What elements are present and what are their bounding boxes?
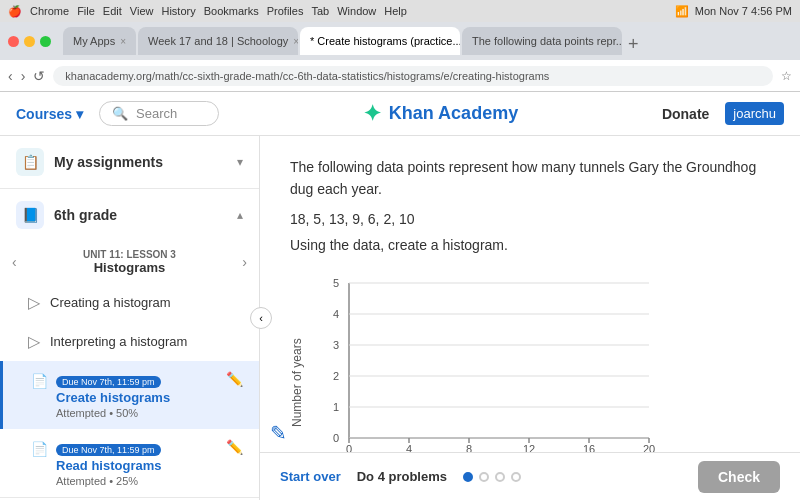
unit-label: UNIT 11: LESSON 3 (21, 249, 239, 260)
tab-schoology[interactable]: Week 17 and 18 | Schoology × (138, 27, 298, 55)
courses-label: Courses (16, 106, 72, 122)
tab-create-histograms[interactable]: * Create histograms (practice... × (300, 27, 460, 55)
sixth-grade-section: 📘 6th grade ▴ ‹ UNIT 11: LESSON 3 Histog… (0, 189, 259, 498)
dot-2 (479, 472, 489, 482)
due-date-badge-1: Due Nov 7th, 11:59 pm (56, 376, 161, 388)
sidebar-item-creating-histogram[interactable]: ▷ Creating a histogram (0, 283, 259, 322)
svg-text:3: 3 (333, 339, 339, 351)
window-menu[interactable]: Window (337, 5, 376, 17)
sixth-grade-chevron-icon: ▴ (237, 208, 243, 222)
read-histograms-progress: Attempted • 25% (56, 475, 218, 487)
search-bar[interactable]: 🔍 Search (99, 101, 219, 126)
maximize-window-btn[interactable] (40, 36, 51, 47)
bottom-bar: Start over Do 4 problems Check (260, 452, 800, 500)
search-icon: 🔍 (112, 106, 128, 121)
mac-bar: 🍎 Chrome File Edit View History Bookmark… (0, 0, 800, 22)
sidebar-item-interpreting-histogram[interactable]: ▷ Interpreting a histogram (0, 322, 259, 361)
courses-chevron-icon: ▾ (76, 106, 83, 122)
problem-text: The following data points represent how … (290, 156, 770, 201)
dot-3 (495, 472, 505, 482)
my-assignments-header[interactable]: 📋 My assignments ▾ (0, 136, 259, 188)
check-button[interactable]: Check (698, 461, 780, 493)
courses-button[interactable]: Courses ▾ (16, 106, 83, 122)
tab-label: * Create histograms (practice... (310, 35, 460, 47)
file-menu[interactable]: File (77, 5, 95, 17)
tab-label: Week 17 and 18 | Schoology (148, 35, 288, 47)
tab-label: My Apps (73, 35, 115, 47)
lesson-title: Histograms (21, 260, 239, 275)
wifi-icon: 📶 (675, 5, 689, 18)
reload-btn[interactable]: ↺ (33, 68, 45, 84)
assignments-chevron-icon: ▾ (237, 155, 243, 169)
svg-text:0: 0 (333, 432, 339, 444)
apple-icon: 🍎 (8, 5, 22, 18)
address-input[interactable] (53, 66, 773, 86)
unit-prev-btn[interactable]: ‹ (12, 254, 17, 270)
close-window-btn[interactable] (8, 36, 19, 47)
lesson-icon: ▷ (28, 332, 40, 351)
assignment-edit-icon: ✏️ (226, 371, 243, 387)
histogram-svg[interactable]: 0 1 2 3 4 5 0 4 8 12 16 (309, 273, 669, 473)
svg-text:2: 2 (333, 370, 339, 382)
bookmarks-menu[interactable]: Bookmarks (204, 5, 259, 17)
content-area: The following data points represent how … (260, 136, 800, 500)
ka-logo-text: Khan Academy (389, 103, 518, 124)
assignments-icon: 📋 (16, 148, 44, 176)
sixth-grade-header[interactable]: 📘 6th grade ▴ (0, 189, 259, 241)
data-values: 18, 5, 13, 9, 6, 2, 10 (290, 211, 770, 227)
minimize-window-btn[interactable] (24, 36, 35, 47)
assignment-edit-icon-2: ✏️ (226, 439, 243, 455)
assignment-doc-icon-2: 📄 (31, 441, 48, 457)
help-menu[interactable]: Help (384, 5, 407, 17)
read-histograms-title: Read histograms (56, 458, 218, 473)
svg-text:4: 4 (333, 308, 339, 320)
history-menu[interactable]: History (161, 5, 195, 17)
bookmark-icon[interactable]: ☆ (781, 69, 792, 83)
view-menu[interactable]: View (130, 5, 154, 17)
create-histograms-progress: Attempted • 50% (56, 407, 218, 419)
ka-logo-icon: ✦ (363, 101, 381, 127)
pencil-tool-icon[interactable]: ✎ (270, 421, 287, 445)
create-histograms-title: Create histograms (56, 390, 218, 405)
unit-next-btn[interactable]: › (242, 254, 247, 270)
search-label: Search (136, 106, 177, 121)
unit-nav-text: UNIT 11: LESSON 3 Histograms (21, 249, 239, 275)
sidebar-collapse-btn[interactable]: ‹ (250, 307, 272, 329)
edit-menu[interactable]: Edit (103, 5, 122, 17)
start-over-button[interactable]: Start over (280, 469, 341, 484)
my-assignments-label: My assignments (54, 154, 227, 170)
address-bar: ‹ › ↺ ☆ (0, 60, 800, 92)
tab-my-apps[interactable]: My Apps × (63, 27, 136, 55)
instruction-text: Using the data, create a histogram. (290, 237, 770, 253)
tab-menu[interactable]: Tab (311, 5, 329, 17)
due-date-badge-2: Due Nov 7th, 11:59 pm (56, 444, 161, 456)
tab-data-points[interactable]: The following data points repr... × (462, 27, 622, 55)
user-avatar[interactable]: joarchu (725, 102, 784, 125)
do-problems-label: Do 4 problems (357, 469, 447, 484)
sidebar-wrapper: 📋 My assignments ▾ 📘 6th grade ▴ ‹ UNIT … (0, 136, 260, 500)
time-display: Mon Nov 7 4:56 PM (695, 5, 792, 17)
dot-indicators (463, 472, 521, 482)
main-layout: 📋 My assignments ▾ 📘 6th grade ▴ ‹ UNIT … (0, 136, 800, 500)
tab-close-icon[interactable]: × (120, 36, 126, 47)
svg-text:1: 1 (333, 401, 339, 413)
new-tab-btn[interactable]: + (628, 34, 639, 55)
assignment-item-create-histograms[interactable]: 📄 Due Nov 7th, 11:59 pm Create histogram… (0, 361, 259, 429)
profiles-menu[interactable]: Profiles (267, 5, 304, 17)
forward-btn[interactable]: › (21, 68, 26, 84)
interpreting-histogram-label: Interpreting a histogram (50, 334, 187, 349)
assignment-doc-icon: 📄 (31, 373, 48, 389)
tab-close-icon[interactable]: × (293, 36, 298, 47)
svg-text:5: 5 (333, 277, 339, 289)
unit-nav: ‹ UNIT 11: LESSON 3 Histograms › (0, 241, 259, 283)
chrome-tab-bar: My Apps × Week 17 and 18 | Schoology × *… (0, 22, 800, 60)
mac-status: 📶 Mon Nov 7 4:56 PM (675, 5, 792, 18)
traffic-lights (8, 36, 51, 47)
assignment-item-read-histograms[interactable]: 📄 Due Nov 7th, 11:59 pm Read histograms … (0, 429, 259, 497)
back-btn[interactable]: ‹ (8, 68, 13, 84)
donate-button[interactable]: Donate (662, 106, 709, 122)
dot-4 (511, 472, 521, 482)
lesson-icon: ▷ (28, 293, 40, 312)
dot-1 (463, 472, 473, 482)
ka-header: Courses ▾ 🔍 Search ✦ Khan Academy Donate… (0, 92, 800, 136)
